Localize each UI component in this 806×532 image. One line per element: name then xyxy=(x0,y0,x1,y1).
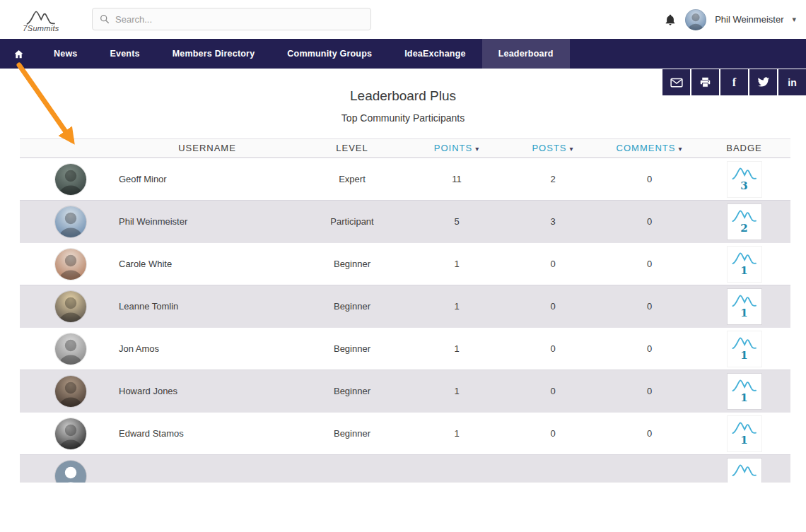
nav-item-news[interactable]: News xyxy=(37,39,93,69)
nav-item-community-groups[interactable]: Community Groups xyxy=(271,39,388,69)
table-row: Phil Weinmeister Participant 5 3 0 2 xyxy=(20,200,790,242)
notifications-bell-icon[interactable] xyxy=(664,13,677,26)
avatar[interactable] xyxy=(55,164,86,195)
badge-number: 3 xyxy=(740,181,747,191)
badge-mountain-icon xyxy=(731,292,758,307)
user-menu-chevron-icon[interactable]: ▾ xyxy=(792,15,796,24)
badge-mountain-icon xyxy=(731,334,758,350)
avatar[interactable] xyxy=(55,249,86,280)
avatar[interactable] xyxy=(55,206,86,237)
badge-icon: 1 xyxy=(728,416,761,451)
row-comments: 0 xyxy=(601,301,698,312)
badge-icon xyxy=(728,459,761,483)
row-level: Beginner xyxy=(296,428,409,439)
sort-dropdown-icon: ▾ xyxy=(475,145,479,153)
badge-mountain-icon xyxy=(731,165,758,180)
share-facebook-button[interactable]: f xyxy=(720,69,748,95)
nav-item-members-directory[interactable]: Members Directory xyxy=(156,39,271,69)
badge-icon: 1 xyxy=(728,331,761,367)
logo[interactable]: 7Summits xyxy=(11,7,71,32)
row-points: 11 xyxy=(409,174,505,184)
user-area: Phil Weinmeister ▾ xyxy=(664,0,796,39)
avatar-cell xyxy=(20,333,119,365)
row-username[interactable]: Howard Jones xyxy=(119,386,296,396)
logo-text: 7Summits xyxy=(23,24,59,32)
home-icon xyxy=(13,49,24,59)
sort-dropdown-icon: ▾ xyxy=(678,145,682,153)
row-comments: 0 xyxy=(601,428,698,439)
row-username[interactable]: Edward Stamos xyxy=(119,428,296,439)
row-username[interactable]: Jon Amos xyxy=(119,343,296,354)
badge-number: 1 xyxy=(740,350,747,361)
share-twitter-button[interactable] xyxy=(749,69,777,95)
table-row: Edward Stamos Beginner 1 0 0 1 xyxy=(20,412,790,454)
print-icon xyxy=(699,76,711,88)
badge-cell: 1 xyxy=(698,416,790,451)
row-points: 1 xyxy=(409,259,505,269)
user-name[interactable]: Phil Weinmeister xyxy=(715,14,783,25)
main-content: f in Leaderboard Plus Top Community Part… xyxy=(0,88,806,483)
row-level: Beginner xyxy=(296,259,409,269)
nav-home[interactable] xyxy=(0,39,37,69)
column-header-username: USERNAME xyxy=(119,143,296,153)
row-level: Expert xyxy=(296,174,409,184)
row-posts: 0 xyxy=(505,386,601,396)
badge-number: 2 xyxy=(740,223,747,234)
avatar[interactable] xyxy=(55,333,86,365)
column-header-badge: BADGE xyxy=(698,143,790,153)
main-nav: News Events Members Directory Community … xyxy=(0,39,806,69)
nav-item-events[interactable]: Events xyxy=(93,39,156,69)
search-input[interactable] xyxy=(115,14,363,25)
share-print-button[interactable] xyxy=(691,69,719,95)
row-username[interactable]: Geoff Minor xyxy=(119,174,296,184)
row-posts: 0 xyxy=(505,343,601,354)
row-points: 1 xyxy=(409,301,505,312)
badge-mountain-icon xyxy=(731,249,758,265)
avatar[interactable] xyxy=(55,291,86,322)
nav-item-ideaexchange[interactable]: IdeaExchange xyxy=(388,39,481,69)
share-linkedin-button[interactable]: in xyxy=(778,69,806,95)
row-comments: 0 xyxy=(601,174,698,184)
row-points: 1 xyxy=(409,343,505,354)
badge-cell: 1 xyxy=(698,289,790,324)
avatar[interactable] xyxy=(55,461,86,483)
badge-mountain-icon xyxy=(731,419,758,435)
badge-mountain-icon xyxy=(731,207,758,223)
top-bar: 7Summits Phil Weinmeister ▾ xyxy=(0,0,806,39)
search-icon xyxy=(100,14,110,24)
column-header-points[interactable]: POINTS▾ xyxy=(409,143,505,153)
column-header-comments[interactable]: COMMENTS▾ xyxy=(601,143,698,153)
row-username[interactable]: Leanne Tomlin xyxy=(119,301,296,312)
leaderboard-table: USERNAME LEVEL POINTS▾ POSTS▾ COMMENTS▾ … xyxy=(20,138,790,483)
badge-icon: 1 xyxy=(728,247,761,282)
share-email-button[interactable] xyxy=(662,69,690,95)
badge-mountain-icon xyxy=(731,377,758,392)
avatar[interactable] xyxy=(55,418,86,449)
badge-cell: 1 xyxy=(698,247,790,282)
row-points: 5 xyxy=(409,216,505,227)
user-avatar[interactable] xyxy=(685,9,706,30)
nav-item-leaderboard[interactable]: Leaderboard xyxy=(482,39,570,69)
row-comments: 0 xyxy=(601,386,698,396)
row-level: Participant xyxy=(296,216,409,227)
avatar-cell xyxy=(20,164,119,195)
avatar[interactable] xyxy=(55,376,86,407)
badge-cell: 2 xyxy=(698,204,790,240)
twitter-icon xyxy=(757,77,770,88)
search-box[interactable] xyxy=(92,8,371,30)
avatar-cell xyxy=(20,418,119,449)
badge-icon: 3 xyxy=(728,162,761,197)
badge-number: 1 xyxy=(740,393,747,403)
badge-icon: 1 xyxy=(728,289,761,324)
badge-icon: 1 xyxy=(728,374,761,409)
table-row: Leanne Tomlin Beginner 1 0 0 1 xyxy=(20,285,790,327)
row-comments: 0 xyxy=(601,216,698,227)
row-comments: 0 xyxy=(601,259,698,269)
column-header-posts[interactable]: POSTS▾ xyxy=(505,143,601,153)
table-row: Jon Amos Beginner 1 0 0 1 xyxy=(20,327,790,370)
row-username[interactable]: Phil Weinmeister xyxy=(119,216,296,227)
page-subtitle: Top Community Participants xyxy=(0,112,806,124)
table-row xyxy=(20,454,790,483)
row-username[interactable]: Carole White xyxy=(119,259,296,269)
avatar-cell xyxy=(20,206,119,237)
